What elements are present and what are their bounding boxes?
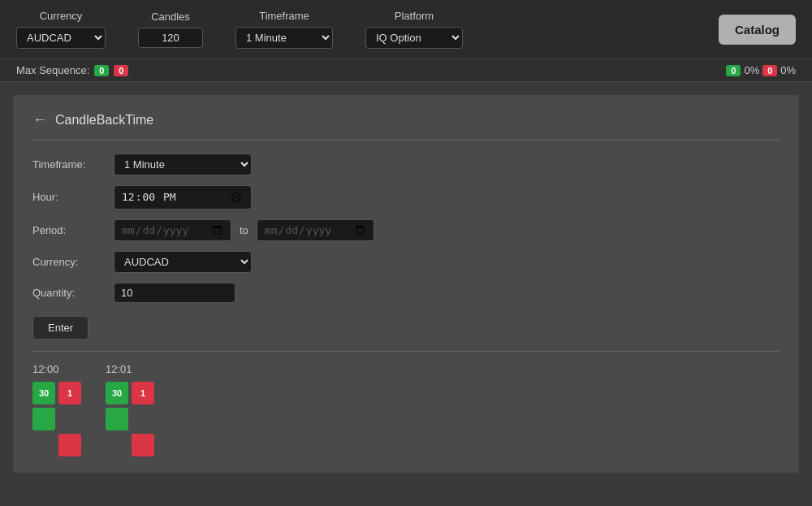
candle-group-1201: 12:01 30 1 [106, 363, 154, 456]
status-right: 0 0% 0 0% [726, 64, 796, 76]
status-badge-green-2: 0 [726, 65, 741, 76]
quantity-label: Quantity: [32, 287, 106, 299]
candle-square-red-plain-2 [132, 434, 154, 456]
period-to-label: to [240, 224, 248, 236]
timeframe-field-label: Timeframe: [32, 158, 106, 171]
candle-square-green-plain-1 [32, 408, 55, 430]
currency-panel-row: Currency: AUDCAD EURUSD GBPUSD USDJPY [32, 251, 780, 273]
candle-section: 12:00 30 1 12:01 30 1 [32, 363, 780, 456]
period-field-label: Period: [32, 224, 106, 236]
candle-time-1200: 12:00 [32, 363, 59, 375]
currency-label: Currency [40, 10, 83, 22]
top-divider [32, 140, 780, 141]
max-sequence-label: Max Sequence: [16, 64, 89, 76]
timeframe-select-toolbar[interactable]: 1 Minute 5 Minutes 15 Minutes [235, 27, 333, 49]
candle-row2-1200 [32, 408, 55, 430]
hour-input[interactable] [114, 185, 252, 210]
timeframe-group: Timeframe 1 Minute 5 Minutes 15 Minutes [235, 10, 333, 49]
timeframe-select-panel[interactable]: 1 Minute 5 Minutes 15 Minutes 1 Hour [114, 154, 252, 175]
currency-panel-label: Currency: [32, 256, 106, 268]
catalog-button[interactable]: Catalog [719, 15, 796, 45]
status-bar: Max Sequence: 0 0 0 0% 0 0% [0, 58, 812, 82]
currency-group: Currency AUDCAD EURUSD GBPUSD [16, 10, 106, 49]
candles-value: 120 [138, 28, 203, 48]
status-pct-2: 0% [780, 64, 796, 76]
candle-badges-row-1201: 30 1 [106, 382, 154, 404]
status-badge-red-1: 0 [114, 65, 128, 76]
hour-field-label: Hour: [32, 191, 106, 203]
candles-group: Candles 120 [138, 11, 203, 48]
platform-select[interactable]: IQ Option Binomo Quotex [365, 27, 463, 49]
timeframe-label: Timeframe [259, 10, 309, 22]
candle-group-1200: 12:00 30 1 [32, 363, 81, 456]
candle-row3-1201 [132, 434, 154, 456]
status-badge-green-1: 0 [94, 65, 109, 76]
timeframe-row: Timeframe: 1 Minute 5 Minutes 15 Minutes… [32, 154, 780, 175]
period-from-input[interactable] [114, 219, 231, 241]
status-left: Max Sequence: 0 0 [16, 64, 128, 76]
main-content: ← CandleBackTime Timeframe: 1 Minute 5 M… [13, 95, 799, 473]
currency-panel-select[interactable]: AUDCAD EURUSD GBPUSD USDJPY [114, 251, 252, 273]
bottom-divider [32, 351, 780, 352]
platform-label: Platform [395, 10, 434, 22]
period-row: Period: to [32, 219, 780, 241]
status-badge-red-2: 0 [762, 65, 777, 76]
candle-square-green-plain-2 [106, 408, 128, 430]
status-pct-1: 0% [744, 64, 759, 76]
hour-row: Hour: [32, 185, 780, 210]
candle-badge-red-1-2: 1 [132, 382, 154, 404]
candle-badge-green-30-2: 30 [106, 382, 128, 404]
back-header: ← CandleBackTime [32, 111, 780, 128]
period-to-input[interactable] [257, 219, 374, 241]
candle-badges-row-1200: 30 1 [32, 382, 81, 404]
quantity-row: Quantity: [32, 283, 780, 303]
candle-time-1201: 12:01 [106, 363, 132, 375]
currency-select[interactable]: AUDCAD EURUSD GBPUSD [16, 27, 106, 49]
back-arrow-icon[interactable]: ← [32, 111, 47, 128]
candle-badge-red-1-1: 1 [58, 382, 81, 404]
enter-button[interactable]: Enter [32, 316, 89, 339]
toolbar: Currency AUDCAD EURUSD GBPUSD Candles 12… [0, 0, 812, 58]
candles-label: Candles [151, 11, 190, 23]
candle-row3-1200 [58, 434, 81, 456]
candle-badge-green-30-1: 30 [32, 382, 55, 404]
candle-square-red-plain-1 [58, 434, 81, 456]
quantity-input[interactable] [114, 283, 235, 303]
page-title: CandleBackTime [55, 113, 153, 128]
candle-row2-1201 [106, 408, 128, 430]
platform-group: Platform IQ Option Binomo Quotex [365, 10, 463, 49]
